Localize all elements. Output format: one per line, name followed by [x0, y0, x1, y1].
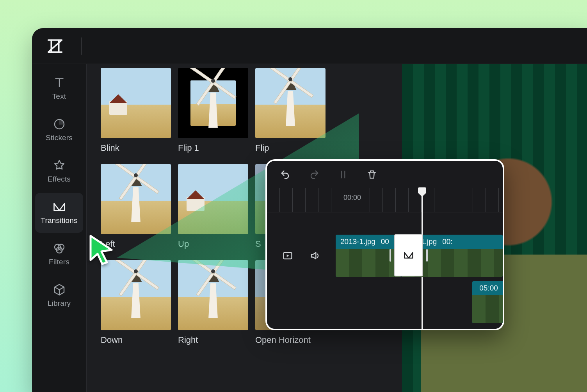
timeline-clip-next[interactable]: 05:00: [472, 281, 504, 323]
transition-name: Flip: [255, 143, 326, 153]
timeline-clip[interactable]: 2013-1.jpg 00: [336, 235, 401, 277]
transition-thumb: [178, 68, 248, 138]
sidebar-item-label: Transitions: [41, 216, 77, 225]
windmill-graphic: [192, 264, 235, 318]
windmill-graphic: [269, 71, 312, 126]
transition-tile[interactable]: Up: [178, 164, 248, 249]
app-logo-icon: [46, 37, 64, 55]
transition-tile[interactable]: Flip: [255, 68, 326, 153]
sidebar-item-filters[interactable]: Filters: [35, 234, 83, 274]
star-icon: [52, 159, 66, 173]
transition-thumb: [101, 164, 171, 234]
titlebar: [32, 28, 587, 64]
transition-thumb: [101, 68, 171, 138]
transition-icon: [52, 200, 66, 214]
transition-name: Flip 1: [178, 143, 248, 153]
filters-icon: [52, 241, 66, 255]
transition-tile[interactable]: Down: [101, 260, 171, 345]
transition-thumb: [178, 164, 248, 234]
clip-time: 00:: [442, 237, 452, 246]
cube-icon: [52, 283, 66, 297]
video-track-row: 2013-1.jpg 00 013-1.jpg 00:: [267, 234, 503, 277]
text-icon: [52, 76, 66, 90]
sidebar-item-text[interactable]: Text: [35, 69, 83, 109]
house-graphic: [187, 197, 205, 211]
clip-name: 2013-1.jpg: [340, 237, 375, 246]
ruler-tick: 00:00: [343, 194, 361, 202]
sidebar-item-effects[interactable]: Effects: [35, 151, 83, 191]
redo-button[interactable]: [308, 168, 321, 181]
play-track-icon[interactable]: [281, 249, 294, 262]
timeline-toolbar: [267, 161, 503, 188]
transition-marker[interactable]: [394, 234, 423, 276]
undo-button[interactable]: [279, 168, 292, 181]
speaker-icon[interactable]: [308, 249, 322, 262]
transition-name: Up: [178, 239, 248, 249]
track-controls: [267, 249, 336, 262]
timeline-ruler[interactable]: 00:00: [267, 188, 503, 212]
clip-thumbstrip: [336, 249, 401, 277]
titlebar-divider: [81, 37, 82, 55]
transition-name: Open Horizont: [255, 335, 326, 345]
clip-time: 05:00: [479, 284, 498, 292]
windmill-graphic: [114, 167, 157, 222]
sidebar-item-label: Filters: [49, 258, 69, 266]
sidebar-item-transitions[interactable]: Transitions: [35, 193, 83, 233]
sticker-icon: [52, 117, 66, 131]
timeline-inset: 00:00 2013-1.jpg 00: [265, 159, 504, 330]
sidebar-item-label: Effects: [48, 175, 71, 184]
transition-tile[interactable]: Left: [101, 164, 171, 249]
sidebar-item-label: Library: [48, 299, 71, 308]
delete-button[interactable]: [365, 168, 379, 181]
split-button[interactable]: [336, 168, 350, 181]
transition-name: Left: [101, 239, 171, 249]
windmill-graphic: [114, 264, 157, 318]
transition-tile[interactable]: Flip 1: [178, 68, 248, 153]
transition-name: Right: [178, 335, 248, 345]
windmill-graphic: [192, 73, 235, 128]
transition-thumb: [101, 260, 171, 330]
sidebar-item-stickers[interactable]: Stickers: [35, 110, 83, 150]
sidebar-item-label: Text: [52, 92, 66, 101]
sidebar-item-label: Stickers: [46, 134, 73, 142]
transition-thumb: [255, 68, 326, 138]
transition-tile[interactable]: Right: [178, 260, 248, 345]
clip-time: 00: [381, 237, 389, 246]
sidebar-item-library[interactable]: Library: [35, 276, 83, 315]
clip-thumbstrip: [472, 295, 504, 323]
track-area: 2013-1.jpg 00 013-1.jpg 00:: [267, 212, 503, 329]
sidebar: Text Stickers Effects: [32, 64, 87, 392]
transition-name: Blink: [101, 143, 171, 153]
transition-thumb: [178, 260, 248, 330]
house-graphic: [109, 101, 127, 115]
transition-tile[interactable]: Blink: [101, 68, 171, 153]
transition-name: Down: [101, 335, 171, 345]
